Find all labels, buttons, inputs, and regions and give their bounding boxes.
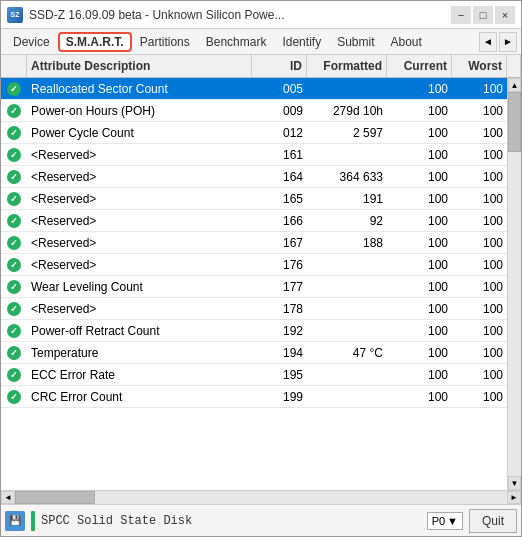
table-row[interactable]: ✓Reallocated Sector Count005100100 [1,78,507,100]
table-row[interactable]: ✓<Reserved>176100100 [1,254,507,276]
menu-submit[interactable]: Submit [329,32,382,52]
ok-icon: ✓ [7,280,21,294]
vertical-scrollbar[interactable]: ▲ ▼ [507,78,521,490]
row-id: 177 [252,278,307,296]
window-title: SSD-Z 16.09.09 beta - Unknown Silicon Po… [29,8,284,22]
table-row[interactable]: ✓<Reserved>165191100100 [1,188,507,210]
ok-icon: ✓ [7,170,21,184]
ok-icon: ✓ [7,236,21,250]
table-row[interactable]: ✓<Reserved>164364 633100100 [1,166,507,188]
row-current: 100 [387,300,452,318]
menu-device[interactable]: Device [5,32,58,52]
ok-icon: ✓ [7,214,21,228]
header-id: ID [252,55,307,77]
row-id: 165 [252,190,307,208]
scroll-track[interactable] [508,92,521,476]
row-worst: 100 [452,278,507,296]
row-status-icon: ✓ [1,104,27,118]
table-row[interactable]: ✓Power-on Hours (POH)009279d 10h100100 [1,100,507,122]
menu-partitions[interactable]: Partitions [132,32,198,52]
row-current: 100 [387,190,452,208]
table-row[interactable]: ✓Temperature19447 °C100100 [1,342,507,364]
menu-nav: ◄ ► [479,32,517,52]
row-id: 192 [252,322,307,340]
status-bar: 💾 SPCC Solid State Disk P0 ▼ Quit [1,504,521,536]
row-worst: 100 [452,80,507,98]
scroll-thumb[interactable] [508,92,521,152]
row-current: 100 [387,278,452,296]
close-button[interactable]: × [495,6,515,24]
row-current: 100 [387,146,452,164]
row-description: <Reserved> [27,256,252,274]
h-scroll-thumb[interactable] [15,491,95,504]
table-row[interactable]: ✓Power Cycle Count0122 597100100 [1,122,507,144]
header-formatted: Formatted [307,55,387,77]
ok-icon: ✓ [7,302,21,316]
window-controls: − □ × [451,6,515,24]
row-worst: 100 [452,256,507,274]
app-icon: SZ [7,7,23,23]
scroll-up-button[interactable]: ▲ [508,78,521,92]
menu-smart[interactable]: S.M.A.R.T. [58,32,132,52]
nav-prev-button[interactable]: ◄ [479,32,497,52]
ok-icon: ✓ [7,104,21,118]
row-id: 009 [252,102,307,120]
row-current: 100 [387,80,452,98]
row-status-icon: ✓ [1,214,27,228]
h-scroll-track[interactable] [15,491,507,504]
row-status-icon: ✓ [1,324,27,338]
row-status-icon: ✓ [1,170,27,184]
header-worst: Worst [452,55,507,77]
table-row[interactable]: ✓<Reserved>16692100100 [1,210,507,232]
table-row[interactable]: ✓<Reserved>167188100100 [1,232,507,254]
row-worst: 100 [452,322,507,340]
row-current: 100 [387,102,452,120]
drive-selector[interactable]: P0 ▼ [427,512,463,530]
row-status-icon: ✓ [1,236,27,250]
horizontal-scrollbar: ◄ ► [1,490,521,504]
quit-button[interactable]: Quit [469,509,517,533]
scroll-right-button[interactable]: ► [507,491,521,504]
row-formatted: 364 633 [307,168,387,186]
row-description: CRC Error Count [27,388,252,406]
row-status-icon: ✓ [1,192,27,206]
row-id: 176 [252,256,307,274]
table-row[interactable]: ✓CRC Error Count199100100 [1,386,507,408]
row-status-icon: ✓ [1,126,27,140]
row-formatted: 279d 10h [307,102,387,120]
row-formatted [307,153,387,157]
row-id: 164 [252,168,307,186]
menu-identify[interactable]: Identify [274,32,329,52]
table-row[interactable]: ✓ECC Error Rate195100100 [1,364,507,386]
row-description: Power-on Hours (POH) [27,102,252,120]
drive-selector-chevron: ▼ [447,515,458,527]
row-current: 100 [387,366,452,384]
header-description: Attribute Description [27,55,252,77]
row-formatted [307,373,387,377]
maximize-button[interactable]: □ [473,6,493,24]
row-worst: 100 [452,190,507,208]
row-worst: 100 [452,300,507,318]
table-row[interactable]: ✓<Reserved>178100100 [1,298,507,320]
row-worst: 100 [452,344,507,362]
table-row[interactable]: ✓<Reserved>161100100 [1,144,507,166]
nav-next-button[interactable]: ► [499,32,517,52]
row-worst: 100 [452,212,507,230]
smart-table-container: Attribute Description ID Formatted Curre… [1,55,521,504]
row-status-icon: ✓ [1,346,27,360]
menu-benchmark[interactable]: Benchmark [198,32,275,52]
scroll-left-button[interactable]: ◄ [1,491,15,504]
minimize-button[interactable]: − [451,6,471,24]
ok-icon: ✓ [7,390,21,404]
table-row[interactable]: ✓Power-off Retract Count192100100 [1,320,507,342]
row-formatted [307,307,387,311]
row-current: 100 [387,234,452,252]
table-row[interactable]: ✓Wear Leveling Count177100100 [1,276,507,298]
row-worst: 100 [452,102,507,120]
menu-about[interactable]: About [383,32,430,52]
row-id: 161 [252,146,307,164]
row-current: 100 [387,388,452,406]
title-bar: SZ SSD-Z 16.09.09 beta - Unknown Silicon… [1,1,521,29]
scroll-down-button[interactable]: ▼ [508,476,521,490]
row-description: <Reserved> [27,212,252,230]
